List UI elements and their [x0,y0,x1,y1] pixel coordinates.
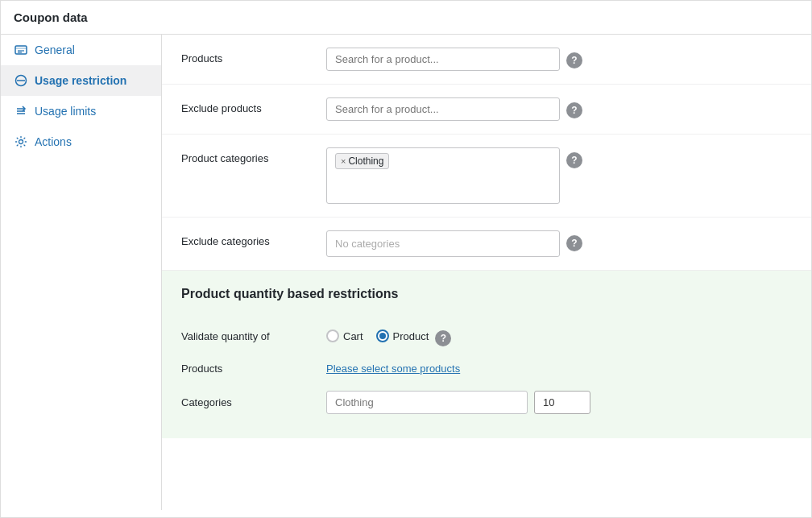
validate-quantity-row: Validate quantity of Cart Pro [181,317,792,354]
sidebar-item-usage-restriction[interactable]: Usage restriction [1,65,161,96]
sidebar-item-actions[interactable]: Actions [1,126,161,157]
product-radio-dot [379,333,386,339]
arrows-icon [14,104,28,118]
product-radio-option[interactable]: Product [376,329,429,342]
validate-quantity-field: Cart Product ? [326,325,451,346]
validate-radio-group: Cart Product [326,329,429,342]
categories-input[interactable] [326,391,528,414]
cart-radio-option[interactable]: Cart [326,329,363,342]
validate-quantity-label: Validate quantity of [181,330,326,342]
sidebar-item-actions-label: Actions [35,135,72,148]
quantity-categories-label: Categories [181,396,326,408]
product-categories-field: × Clothing ? [326,147,792,204]
quantity-products-label: Products [181,363,326,375]
products-label: Products [181,48,326,64]
ban-icon [14,73,28,88]
products-row: Products ? [162,35,811,85]
gear-icon [14,135,28,149]
clothing-tag: × Clothing [335,153,389,169]
exclude-products-help-icon[interactable]: ? [566,102,582,118]
svg-rect-1 [15,48,27,49]
products-search-input[interactable] [326,48,560,71]
sidebar-item-usage-restriction-label: Usage restriction [35,74,126,87]
exclude-products-row: Exclude products ? [162,85,811,135]
exclude-categories-label: Exclude categories [181,230,326,247]
clothing-tag-label: Clothing [348,155,383,167]
sidebar-item-general-label: General [35,44,75,56]
sidebar-item-general[interactable]: General [1,35,161,65]
sidebar-item-usage-limits[interactable]: Usage limits [1,96,161,126]
quantity-categories-field [326,391,590,414]
quantity-categories-row: Categories [181,383,792,422]
exclude-products-search-input[interactable] [326,97,560,121]
sidebar-item-usage-limits-label: Usage limits [35,105,96,118]
select-products-link[interactable]: Please select some products [326,363,460,375]
quantity-section-title: Product quantity based restrictions [181,287,792,301]
product-categories-help-icon[interactable]: ? [566,152,582,168]
coupon-header: Coupon data [1,1,811,35]
quantity-products-field: Please select some products [326,363,460,375]
exclude-products-field: ? [326,97,792,121]
no-categories-text: No categories [335,238,400,250]
content-area: Products ? Exclude products ? Pr [162,35,811,510]
cart-radio-circle [326,329,339,342]
clothing-tag-remove[interactable]: × [341,156,346,166]
exclude-categories-field: No categories ? [326,230,792,257]
ticket-icon [14,43,28,57]
exclude-categories-row: Exclude categories No categories ? [162,218,811,270]
validate-help-icon[interactable]: ? [435,330,451,346]
form-section: Products ? Exclude products ? Pr [162,35,811,271]
page-title: Coupon data [14,10,88,24]
product-categories-label: Product categories [181,147,326,164]
sidebar: General Usage restriction [1,35,162,510]
exclude-categories-help-icon[interactable]: ? [566,235,582,251]
no-categories-field[interactable]: No categories [326,230,560,257]
product-radio-circle [376,329,389,342]
product-categories-row: Product categories × Clothing ? [162,135,811,218]
cart-radio-label: Cart [343,330,363,342]
quantity-products-row: Products Please select some products [181,354,792,383]
quantity-number-input[interactable] [534,391,590,414]
products-field: ? [326,48,792,71]
product-categories-tag-field[interactable]: × Clothing [326,147,560,204]
exclude-products-label: Exclude products [181,97,326,114]
product-radio-label: Product [393,330,429,342]
products-help-icon[interactable]: ? [566,52,582,68]
quantity-restrictions-section: Product quantity based restrictions Vali… [162,271,811,438]
svg-point-9 [19,140,23,144]
